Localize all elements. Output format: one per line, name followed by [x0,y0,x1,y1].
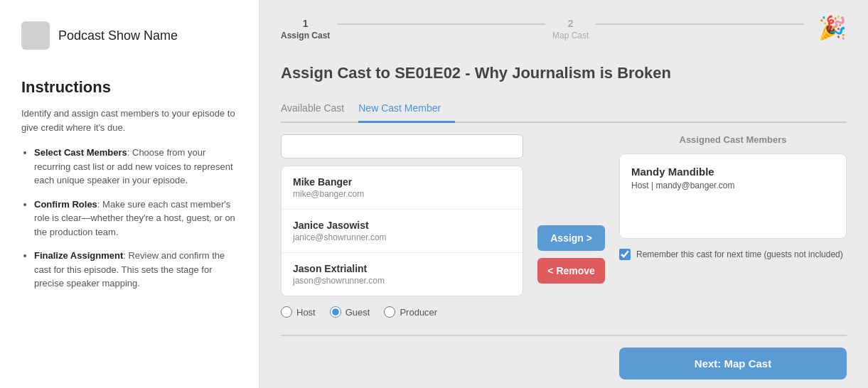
next-button[interactable]: Next: Map Cast [619,347,847,379]
radio-host-input[interactable] [281,306,292,318]
assigned-member-email: mandy@banger.com [655,180,734,190]
tab-available-cast[interactable]: Available Cast [281,97,358,123]
assigned-title: Assigned Cast Members [619,134,847,145]
role-radio-group: Host Guest Producer [281,306,523,318]
bullet-bold-2: Confirm Roles [34,199,97,210]
cast-item-name: Mike Banger [293,176,511,188]
radio-producer[interactable]: Producer [384,306,437,318]
radio-host[interactable]: Host [281,306,316,318]
assigned-list: Mandy Mandible Host | mandy@banger.com [619,153,847,239]
assign-remove-buttons: Assign > < Remove [537,134,605,318]
instructions-intro: Identify and assign cast members to your… [21,107,237,134]
cast-item-janice[interactable]: Janice Jasowist janice@showrunner.com [282,210,523,253]
list-item: Confirm Roles: Make sure each cast membe… [34,198,237,239]
step-3-icon-area: 🎉 [818,14,847,44]
step-1: 1 Assign Cast [281,18,330,41]
list-item: Select Cast Members: Choose from your re… [34,146,237,188]
logo-icon [21,21,50,50]
cast-item-name: Jason Extrialint [293,263,511,274]
assign-button[interactable]: Assign > [537,225,605,251]
left-panel: Podcast Show Name Instructions Identify … [0,0,259,388]
step-1-number: 1 [303,18,309,29]
cast-item-email: jason@showrunner.com [293,276,511,286]
assigned-member-meta: Host | mandy@banger.com [631,180,835,190]
cast-item-mike[interactable]: Mike Banger mike@banger.com [282,166,523,210]
stepper: 1 Assign Cast 2 Map Cast 🎉 [281,14,847,44]
radio-guest-input[interactable] [330,306,341,318]
radio-guest[interactable]: Guest [330,306,370,318]
cast-item-name: Janice Jasowist [293,220,511,231]
instructions-title: Instructions [21,78,237,97]
list-item: Finalize Assignment: Review and confirm … [34,249,237,291]
assigned-member-role: Host [631,180,649,190]
step-line-2 [596,23,804,25]
step-3-icon: 🎉 [818,14,847,41]
bullet-bold-1: Select Cast Members [34,147,127,158]
radio-producer-label: Producer [400,307,437,318]
search-input[interactable] [281,134,523,158]
radio-producer-input[interactable] [384,306,395,318]
remember-checkbox[interactable]: Remember this cast for next time (guests… [619,249,847,260]
cast-left: Mike Banger mike@banger.com Janice Jasow… [281,134,523,318]
step-2-label: Map Cast [552,31,589,41]
remove-button[interactable]: < Remove [537,258,605,284]
remember-checkbox-input[interactable] [619,249,631,260]
bullet-bold-3: Finalize Assignment [34,250,123,261]
logo-area: Podcast Show Name [21,21,237,50]
cast-item-email: janice@showrunner.com [293,232,511,242]
cast-list: Mike Banger mike@banger.com Janice Jasow… [281,166,523,296]
tab-new-cast-member[interactable]: New Cast Member [358,97,455,123]
step-2-number: 2 [568,18,574,29]
remember-label: Remember this cast for next time (guests… [636,249,843,259]
assigned-item-mandy: Mandy Mandible Host | mandy@banger.com [631,166,835,190]
step-1-label: Assign Cast [281,31,330,41]
radio-host-label: Host [296,307,316,318]
main-content: Mike Banger mike@banger.com Janice Jasow… [281,134,847,318]
cast-item-jason[interactable]: Jason Extrialint jason@showrunner.com [282,253,523,296]
instructions-list: Select Cast Members: Choose from your re… [21,146,237,291]
cast-item-email: mike@banger.com [293,189,511,199]
logo-name: Podcast Show Name [58,28,178,43]
step-line-1 [337,23,545,25]
radio-guest-label: Guest [345,307,370,318]
footer: Next: Map Cast [281,335,847,379]
right-panel: 1 Assign Cast 2 Map Cast 🎉 Assign Cast t… [259,0,868,388]
cast-right: Assigned Cast Members Mandy Mandible Hos… [619,134,847,318]
step-2: 2 Map Cast [552,18,589,41]
page-title: Assign Cast to SE01E02 - Why Journalism … [281,64,847,82]
tabs: Available Cast New Cast Member [281,97,847,123]
assigned-member-name: Mandy Mandible [631,166,835,178]
